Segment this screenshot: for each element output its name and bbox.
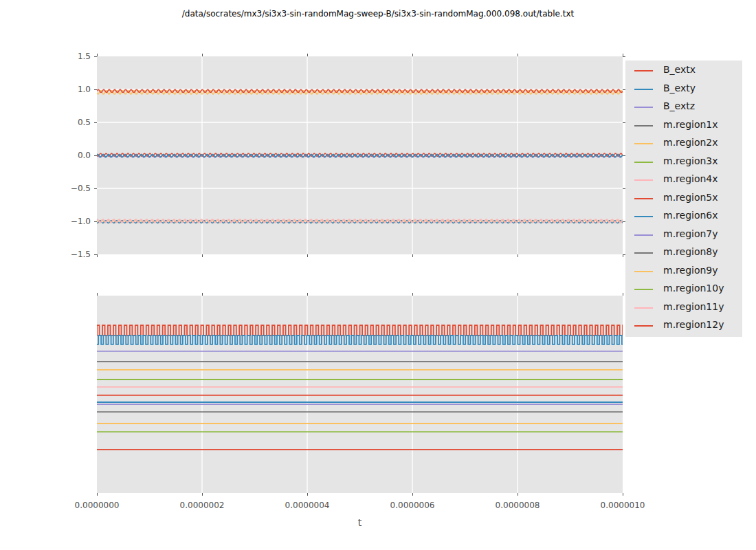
legend-line-sample <box>634 198 653 199</box>
x-tick-label: 0.0000002 <box>161 500 243 510</box>
x-tick-mark <box>97 493 98 496</box>
x-tick-mark <box>97 293 98 296</box>
series-square-red <box>97 325 623 336</box>
legend-line-sample <box>634 89 653 90</box>
legend-line-sample <box>634 289 653 290</box>
x-axis-label: t <box>97 517 623 528</box>
x-tick-mark <box>518 254 518 257</box>
x-tick-mark <box>412 254 413 257</box>
legend-line-sample <box>634 216 653 217</box>
y-tick-mark <box>94 122 97 123</box>
x-tick-mark <box>412 293 413 296</box>
legend-line-sample <box>634 307 653 309</box>
legend-line-sample <box>634 162 653 163</box>
legend-item: m.region5x <box>625 190 742 208</box>
x-tick-mark <box>518 493 518 496</box>
legend-line-sample <box>634 125 653 126</box>
top-plot-canvas <box>97 56 623 254</box>
legend-item-label: m.region3x <box>663 155 718 166</box>
x-tick-mark <box>307 54 308 56</box>
legend-item-label: m.region2x <box>663 137 718 148</box>
x-tick-mark <box>412 54 413 56</box>
legend-line-sample <box>634 179 653 181</box>
legend-item: m.region11y <box>625 299 742 318</box>
legend-item: B_extz <box>625 98 742 117</box>
series-square-blue <box>97 336 623 344</box>
legend-item-label: B_extx <box>663 64 696 75</box>
y-tick-label: 1.0 <box>0 85 91 94</box>
legend-item-label: m.region11y <box>663 301 724 312</box>
x-tick-mark <box>202 493 203 496</box>
x-tick-mark <box>307 293 308 296</box>
y-tick-label: −0.5 <box>0 184 91 193</box>
legend-item-label: m.region6x <box>663 210 718 221</box>
y-tick-label: 0.5 <box>0 118 91 127</box>
figure-title: /data/socrates/mx3/si3x3-sin-randomMag-s… <box>0 9 756 19</box>
legend-item: m.region9y <box>625 263 742 281</box>
x-tick-mark <box>307 493 308 496</box>
x-tick-label: 0.0000000 <box>56 500 138 510</box>
x-tick-label: 0.0000010 <box>581 500 664 510</box>
legend-item: m.region12y <box>625 317 742 336</box>
legend-item-label: m.region8y <box>663 246 718 257</box>
y-tick-label: 0.0 <box>0 151 91 160</box>
y-tick-mark <box>94 56 97 57</box>
y-tick-mark <box>94 221 97 222</box>
bottom-plot-canvas <box>97 296 623 493</box>
x-tick-mark <box>623 293 623 296</box>
y-tick-label: −1.0 <box>0 217 91 226</box>
x-tick-label: 0.0000004 <box>266 500 348 510</box>
x-tick-mark <box>623 493 623 496</box>
legend-item-label: m.region7y <box>663 228 718 239</box>
legend-item: m.region7y <box>625 226 742 245</box>
legend-item-label: m.region10y <box>663 283 724 294</box>
legend-item: m.region2x <box>625 135 742 153</box>
x-tick-mark <box>202 293 203 296</box>
y-tick-label: −1.5 <box>0 250 91 259</box>
legend-line-sample <box>634 143 653 144</box>
legend-line-sample <box>634 325 653 327</box>
y-tick-mark <box>94 254 97 255</box>
x-tick-mark <box>202 254 203 257</box>
y-tick-mark <box>623 56 625 57</box>
y-tick-label: 1.5 <box>0 52 91 61</box>
figure-window: /data/socrates/mx3/si3x3-sin-randomMag-s… <box>0 0 756 550</box>
legend-item-label: m.region9y <box>663 265 718 276</box>
legend-item-label: m.region1x <box>663 119 718 130</box>
x-tick-mark <box>518 293 518 296</box>
y-tick-mark <box>94 155 97 156</box>
legend-line-sample <box>634 107 653 108</box>
legend-line-sample <box>634 252 653 254</box>
legend-item-label: m.region12y <box>663 319 724 330</box>
legend-item: m.region1x <box>625 117 742 135</box>
legend-item: B_extx <box>625 62 742 80</box>
legend-item: m.region10y <box>625 280 742 299</box>
x-tick-mark <box>412 493 413 496</box>
legend-item: B_exty <box>625 80 742 99</box>
x-tick-label: 0.0000008 <box>476 500 559 510</box>
x-tick-mark <box>307 254 308 257</box>
legend-item: m.region3x <box>625 153 742 172</box>
legend-item-label: m.region5x <box>663 192 718 203</box>
legend-item: m.region8y <box>625 244 742 263</box>
legend-item-label: B_extz <box>663 100 695 111</box>
top-plot-panel <box>97 56 623 254</box>
bottom-plot-panel <box>97 296 623 493</box>
legend-line-sample <box>634 70 653 72</box>
x-tick-label: 0.0000006 <box>371 500 454 510</box>
legend-item: m.region4x <box>625 171 742 190</box>
legend-line-sample <box>634 271 653 272</box>
x-tick-mark <box>97 54 98 56</box>
x-tick-mark <box>518 54 518 56</box>
legend-item-label: m.region4x <box>663 173 718 184</box>
legend-line-sample <box>634 234 653 236</box>
x-tick-mark <box>202 54 203 56</box>
legend: B_extxB_extyB_extzm.region1xm.region2xm.… <box>625 60 742 337</box>
y-tick-mark <box>94 89 97 90</box>
legend-item: m.region6x <box>625 208 742 226</box>
legend-item-label: B_exty <box>663 82 696 94</box>
y-tick-mark <box>94 188 97 189</box>
x-tick-mark <box>97 254 98 257</box>
